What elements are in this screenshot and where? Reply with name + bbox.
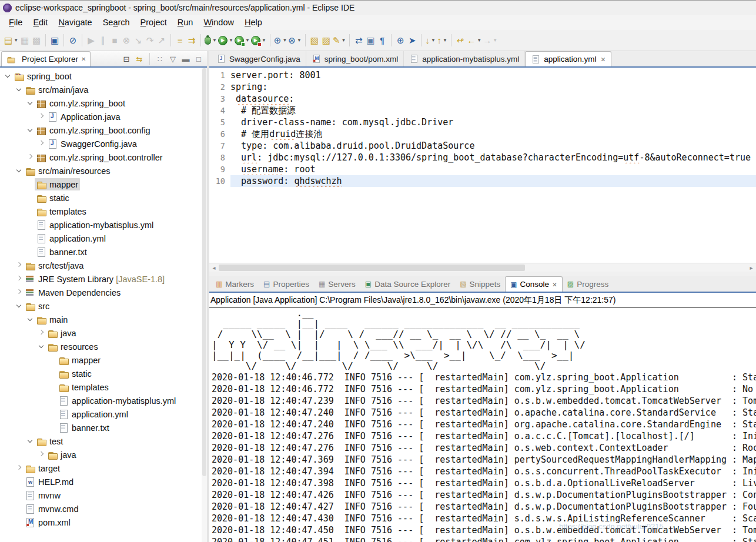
menu-run[interactable]: Run bbox=[172, 16, 199, 28]
back-button[interactable]: ←▼ bbox=[466, 34, 482, 48]
tree-item-mvnw[interactable]: mvnw bbox=[0, 489, 207, 502]
console-tab-data-source-explorer[interactable]: ▣Data Source Explorer bbox=[360, 276, 455, 292]
collapse-arrow-icon[interactable] bbox=[15, 166, 24, 175]
editor-h-scrollbar[interactable]: ◂ ▸ bbox=[209, 263, 756, 272]
menu-navigate[interactable]: Navigate bbox=[53, 16, 97, 28]
editor-console-sash[interactable] bbox=[209, 272, 756, 276]
open-type-button[interactable]: ▧ bbox=[309, 34, 320, 48]
show-whitespace-button[interactable]: ¶ bbox=[376, 34, 388, 48]
maximize-button[interactable]: □ bbox=[193, 52, 205, 66]
collapse-all-button[interactable]: ⊟ bbox=[121, 52, 132, 66]
editor-tab-SwaggerConfig.java[interactable]: JSwaggerConfig.java bbox=[211, 51, 306, 66]
console-tab-snippets[interactable]: ▧Snippets bbox=[455, 276, 505, 292]
tree-item-src-main-java[interactable]: src/main/java bbox=[0, 83, 207, 96]
highlighter-button[interactable]: ✎▼ bbox=[332, 34, 347, 48]
launch-config-button[interactable]: ⇉ bbox=[186, 34, 198, 48]
tree-item-application.yml[interactable]: application.yml bbox=[0, 407, 207, 421]
expand-arrow-icon[interactable] bbox=[26, 153, 35, 162]
expand-arrow-icon[interactable] bbox=[15, 288, 24, 297]
skip-all-breakpoints-button[interactable]: ⊘ bbox=[67, 34, 79, 48]
tree-item-templates[interactable]: templates bbox=[0, 380, 207, 394]
tree-item-SwaggerConfig.java[interactable]: JSwaggerConfig.java bbox=[0, 137, 207, 150]
tree-item-JRE-System-Library[interactable]: JRE System Library[JavaSE-1.8] bbox=[0, 272, 207, 286]
open-console-view-button[interactable]: ▣ bbox=[49, 34, 61, 48]
open-resource-button[interactable]: ▨ bbox=[320, 34, 332, 48]
tree-item-mvnw.cmd[interactable]: mvnw.cmd bbox=[0, 502, 207, 516]
collapse-arrow-icon[interactable] bbox=[26, 315, 35, 324]
tree-item-banner.txt[interactable]: banner.txt bbox=[0, 245, 207, 259]
tree-item-com.ylz.spring-boot.config[interactable]: com.ylz.spring_boot.config bbox=[0, 123, 207, 137]
new-wizard-button[interactable]: ▤▼ bbox=[4, 34, 19, 48]
step-over-button[interactable]: ↷ bbox=[144, 34, 156, 48]
expand-arrow-icon[interactable] bbox=[15, 261, 24, 270]
tree-item-src[interactable]: src bbox=[0, 299, 207, 313]
next-annotation-button[interactable]: ↓▼ bbox=[424, 34, 436, 48]
step-return-button[interactable]: ↗ bbox=[156, 34, 168, 48]
editor-tab-spring-boot-pom.xml[interactable]: Mspring_boot/pom.xml bbox=[306, 51, 404, 66]
tree-item-templates[interactable]: templates bbox=[0, 205, 207, 218]
console-tab-properties[interactable]: ▤Properties bbox=[259, 276, 314, 292]
web-services-explorer-button[interactable]: ⊛▼ bbox=[287, 34, 302, 48]
collapse-arrow-icon[interactable] bbox=[4, 72, 12, 81]
tree-item-static[interactable]: static bbox=[0, 191, 207, 205]
run-button[interactable]: ▶▼ bbox=[218, 34, 234, 48]
run-last-tool-button[interactable]: ≡ bbox=[174, 34, 186, 48]
tree-item-static[interactable]: static bbox=[0, 367, 207, 380]
console-tab-markers[interactable]: ▥Markers bbox=[211, 276, 259, 292]
close-icon[interactable]: ✕ bbox=[601, 56, 606, 63]
menu-window[interactable]: Window bbox=[198, 16, 239, 28]
editor-tab-application-mybatisplus.yml[interactable]: application-mybatisplus.yml bbox=[404, 51, 525, 66]
console-tab-progress[interactable]: ▨Progress bbox=[563, 276, 613, 292]
menu-help[interactable]: Help bbox=[239, 16, 267, 28]
menu-edit[interactable]: Edit bbox=[28, 16, 53, 28]
coverage-button[interactable]: ▶▼ bbox=[234, 34, 250, 48]
console-tab-console[interactable]: ▣Console✕ bbox=[505, 276, 563, 292]
editor-tab-application.yml[interactable]: application.yml✕ bbox=[525, 51, 611, 66]
save-all-button[interactable]: ▩ bbox=[31, 34, 42, 48]
collapse-arrow-icon[interactable] bbox=[26, 99, 35, 108]
disconnect-button[interactable]: ⊗ bbox=[121, 34, 132, 48]
forward-button[interactable]: →▼ bbox=[482, 34, 498, 48]
expand-arrow-icon[interactable] bbox=[37, 329, 46, 337]
tree-item-main[interactable]: main bbox=[0, 313, 207, 326]
tree-item-application-mybatisplus.yml[interactable]: application-mybatisplus.yml bbox=[0, 218, 207, 232]
tree-item-application.yml[interactable]: application.yml bbox=[0, 232, 207, 245]
expand-arrow-icon[interactable] bbox=[37, 112, 46, 121]
yaml-editor[interactable]: 1server.port: 80012spring:3 datasource:4… bbox=[209, 68, 756, 263]
suspend-button[interactable]: ∥ bbox=[97, 34, 109, 48]
tree-item-application-mybatisplus.yml[interactable]: application-mybatisplus.yml bbox=[0, 394, 207, 407]
console-tab-servers[interactable]: ▦Servers bbox=[314, 276, 360, 292]
h-scroll-thumb[interactable] bbox=[219, 265, 525, 271]
expand-arrow-icon[interactable] bbox=[15, 275, 24, 283]
tree-item-java[interactable]: java bbox=[0, 448, 207, 461]
expand-arrow-icon[interactable] bbox=[37, 139, 46, 148]
expand-arrow-icon[interactable] bbox=[37, 450, 46, 459]
menu-search[interactable]: Search bbox=[98, 16, 135, 28]
debug-button[interactable]: ▼ bbox=[204, 34, 218, 48]
collapse-arrow-icon[interactable] bbox=[15, 85, 24, 94]
tree-item-src-test-java[interactable]: src/test/java bbox=[0, 259, 207, 272]
close-icon[interactable]: ✕ bbox=[81, 56, 86, 62]
collapse-arrow-icon[interactable] bbox=[26, 126, 35, 135]
expand-arrow-icon[interactable] bbox=[15, 464, 24, 473]
scroll-right-icon[interactable]: ▸ bbox=[747, 265, 756, 271]
menu-file[interactable]: File bbox=[4, 16, 28, 28]
tree-item-Maven-Dependencies[interactable]: Maven Dependencies bbox=[0, 286, 207, 299]
tree-item-mapper[interactable]: mapper bbox=[0, 178, 207, 191]
h-scroll-track[interactable] bbox=[219, 265, 747, 271]
tab-project-explorer[interactable]: Project Explorer ✕ bbox=[1, 51, 91, 66]
tree-scrollbar-thumb[interactable] bbox=[202, 68, 206, 476]
scroll-left-icon[interactable]: ◂ bbox=[209, 265, 219, 271]
step-into-button[interactable]: ↘ bbox=[132, 34, 144, 48]
tree-item-com.ylz.spring-boot.controller[interactable]: com.ylz.spring_boot.controller bbox=[0, 150, 207, 164]
focus-on-task-button[interactable]: ∷ bbox=[154, 52, 166, 66]
tree-item-com.ylz.spring-boot[interactable]: com.ylz.spring_boot bbox=[0, 96, 207, 110]
last-edit-location-button[interactable]: ↫ bbox=[454, 34, 466, 48]
collapse-arrow-icon[interactable] bbox=[37, 342, 46, 351]
resume-button[interactable]: ▶ bbox=[85, 34, 97, 48]
collapse-arrow-icon[interactable] bbox=[15, 302, 24, 310]
tree-item-spring-boot[interactable]: Mspring_boot bbox=[0, 69, 207, 83]
collapse-arrow-icon[interactable] bbox=[26, 437, 35, 446]
tree-item-mapper[interactable]: mapper bbox=[0, 353, 207, 367]
save-button[interactable]: ▦ bbox=[19, 34, 31, 48]
